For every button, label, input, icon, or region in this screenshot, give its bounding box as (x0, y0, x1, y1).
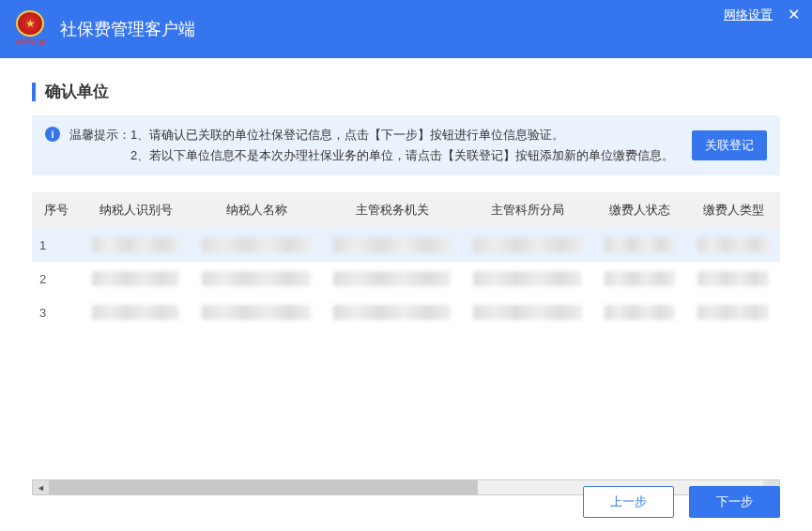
cell-redacted (322, 228, 462, 262)
col-tax-authority: 主管税务机关 (322, 192, 462, 228)
cell-redacted (686, 262, 780, 296)
page-title-row: 确认单位 (32, 81, 780, 102)
table-row[interactable]: 3 (32, 296, 780, 329)
col-branch: 主管科所分局 (462, 192, 592, 228)
table-wrapper: 序号 纳税人识别号 纳税人名称 主管税务机关 主管科所分局 缴费人状态 缴费人类… (32, 192, 780, 495)
cell-redacted (593, 228, 687, 262)
title-accent (32, 83, 36, 101)
table-header-row: 序号 纳税人识别号 纳税人名称 主管税务机关 主管科所分局 缴费人状态 缴费人类… (32, 192, 780, 228)
table-row[interactable]: 2 (32, 262, 780, 296)
network-settings-link[interactable]: 网络设置 (724, 7, 773, 23)
cell-redacted (322, 262, 462, 296)
cell-redacted (462, 296, 592, 329)
titlebar: 中国社保 社保费管理客户端 网络设置 ✕ (0, 0, 812, 58)
cell-redacted (81, 296, 192, 329)
info-line2: 2、若以下单位信息不是本次办理社保业务的单位，请点击【关联登记】按钮添加新的单位… (130, 148, 674, 162)
cell-redacted (81, 262, 192, 296)
table-empty-region (32, 329, 780, 479)
cell-seq: 3 (32, 296, 81, 329)
cell-redacted (322, 296, 462, 329)
app-logo: 中国社保 (11, 10, 49, 48)
cell-redacted (593, 262, 687, 296)
app-title: 社保费管理客户端 (60, 18, 195, 40)
info-icon: i (45, 127, 60, 142)
cell-redacted (191, 296, 321, 329)
prev-button[interactable]: 上一步 (583, 486, 674, 518)
next-button[interactable]: 下一步 (689, 486, 780, 518)
col-taxpayer-id: 纳税人识别号 (81, 192, 192, 228)
col-payer-type: 缴费人类型 (686, 192, 780, 228)
cell-seq: 1 (32, 228, 81, 262)
info-box: i 温馨提示：1、请确认已关联的单位社保登记信息，点击【下一步】按钮进行单位信息… (32, 115, 780, 175)
page-title: 确认单位 (45, 81, 109, 102)
cell-seq: 2 (32, 262, 81, 296)
scroll-thumb[interactable] (49, 480, 478, 494)
cell-redacted (686, 296, 780, 329)
link-register-button[interactable]: 关联登记 (692, 130, 767, 160)
content-area: 确认单位 i 温馨提示：1、请确认已关联的单位社保登记信息，点击【下一步】按钮进… (0, 58, 812, 495)
info-text: 温馨提示：1、请确认已关联的单位社保登记信息，点击【下一步】按钮进行单位信息验证… (69, 125, 682, 166)
col-payer-status: 缴费人状态 (593, 192, 687, 228)
emblem-icon (16, 10, 44, 37)
cell-redacted (462, 262, 592, 296)
logo-subtext: 中国社保 (15, 38, 45, 48)
footer-buttons: 上一步 下一步 (583, 486, 780, 518)
cell-redacted (191, 262, 321, 296)
close-icon[interactable]: ✕ (784, 6, 803, 23)
info-line1: 1、请确认已关联的单位社保登记信息，点击【下一步】按钮进行单位信息验证。 (130, 128, 564, 142)
info-prefix: 温馨提示： (69, 128, 130, 142)
cell-redacted (686, 228, 780, 262)
cell-redacted (462, 228, 592, 262)
cell-redacted (81, 228, 192, 262)
cell-redacted (593, 296, 687, 329)
cell-redacted (191, 228, 321, 262)
col-taxpayer-name: 纳税人名称 (191, 192, 321, 228)
scroll-left-icon[interactable]: ◄ (33, 480, 49, 494)
table-row[interactable]: 1 (32, 228, 780, 262)
col-seq: 序号 (32, 192, 81, 228)
unit-table: 序号 纳税人识别号 纳税人名称 主管税务机关 主管科所分局 缴费人状态 缴费人类… (32, 192, 780, 329)
